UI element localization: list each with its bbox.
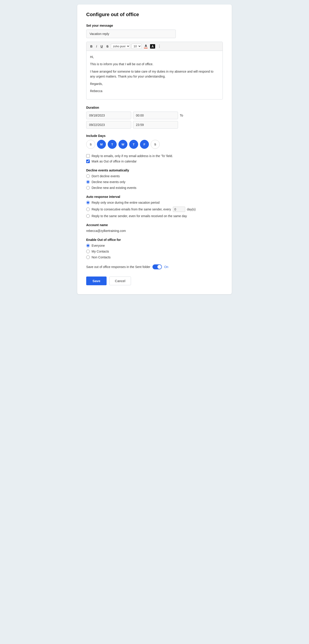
- day-thursday[interactable]: T: [129, 140, 138, 149]
- start-time-input[interactable]: [133, 112, 178, 119]
- font-size-select[interactable]: 10: [131, 44, 142, 49]
- mark-calendar-checkbox[interactable]: [86, 160, 90, 163]
- include-days-section: Include Days S M T W T F S: [86, 134, 223, 149]
- body-line3: I have arranged for someone to take care…: [90, 69, 219, 79]
- sent-folder-label: Save out of office responses in the Sent…: [86, 265, 150, 269]
- days-row: S M T W T F S: [86, 140, 223, 149]
- end-date-input[interactable]: [86, 121, 131, 128]
- day-wednesday[interactable]: W: [118, 140, 127, 149]
- decline-new-row: Decline new events only: [86, 180, 223, 184]
- font-family-select[interactable]: zoho puvi: [111, 44, 130, 49]
- italic-button[interactable]: I: [95, 44, 98, 48]
- message-section: Set your message B I U S zoho puvi 10 A: [86, 24, 223, 100]
- day-monday[interactable]: M: [97, 140, 106, 149]
- toggle-slider: [152, 264, 162, 269]
- decline-none-label: Don't decline events: [92, 174, 120, 178]
- enable-non-contacts-label: Non Contacts: [92, 256, 111, 259]
- font-color-letter: A: [145, 44, 147, 47]
- mark-calendar-checkbox-row: Mark as Out of office in calendar: [86, 160, 223, 163]
- duration-row: To: [86, 112, 223, 128]
- body-line4: Regards,: [90, 81, 219, 86]
- account-section-label: Account name: [86, 223, 223, 227]
- body-line2: This is to inform you that I will be out…: [90, 62, 219, 66]
- account-section: Account name rebecca@zylkertraining.com: [86, 223, 223, 232]
- auto-response-same-day-row: Reply to the same sender, even for email…: [86, 214, 223, 218]
- decline-all-row: Decline new and existing events: [86, 186, 223, 190]
- body-line1: Hi,: [90, 54, 219, 60]
- auto-response-section: Auto response interval Reply only once d…: [86, 195, 223, 218]
- enable-for-label: Enable Out of office for: [86, 238, 223, 242]
- sent-folder-toggle[interactable]: [152, 264, 162, 269]
- enable-non-contacts-row: Non Contacts: [86, 256, 223, 259]
- auto-response-consecutive-label: Reply to consecutive emails from the sam…: [92, 208, 171, 211]
- more-options-button[interactable]: ⋮: [157, 44, 162, 49]
- reply-to-checkbox-row: Reply to emails, only if my email addres…: [86, 154, 223, 158]
- auto-response-radio-group: Reply only once during the entire vacati…: [86, 201, 223, 218]
- auto-response-consecutive-radio[interactable]: [86, 208, 90, 211]
- font-highlight-letter: A: [151, 45, 154, 48]
- subject-input[interactable]: [86, 30, 176, 38]
- auto-response-label: Auto response interval: [86, 195, 223, 198]
- decline-events-section: Decline events automatically Don't decli…: [86, 168, 223, 190]
- editor-wrapper: B I U S zoho puvi 10 A A ⋮: [86, 42, 223, 100]
- font-color-bar: [144, 48, 148, 48]
- enable-everyone-label: Everyone: [92, 244, 105, 248]
- start-date-input[interactable]: [86, 112, 131, 119]
- day-tuesday[interactable]: T: [108, 140, 117, 149]
- strikethrough-button[interactable]: S: [105, 44, 109, 48]
- duration-to-label: To: [180, 114, 183, 117]
- configure-out-of-office-panel: Configure out of office Set your message…: [77, 4, 232, 294]
- enable-everyone-radio[interactable]: [86, 244, 90, 248]
- save-button[interactable]: Save: [86, 276, 107, 285]
- enable-non-contacts-radio[interactable]: [86, 256, 90, 259]
- bold-button[interactable]: B: [89, 44, 94, 48]
- day-label: day(s): [187, 208, 196, 211]
- enable-my-contacts-label: My Contacts: [92, 250, 109, 253]
- reply-to-checkbox[interactable]: [86, 154, 90, 158]
- decline-new-label: Decline new events only: [92, 180, 125, 184]
- decline-events-label: Decline events automatically: [86, 168, 223, 172]
- decline-all-radio[interactable]: [86, 186, 90, 190]
- decline-all-label: Decline new and existing events: [92, 186, 136, 190]
- underline-button[interactable]: U: [99, 44, 104, 48]
- account-email: rebecca@zylkertraining.com: [86, 229, 223, 232]
- sent-folder-toggle-row: Save out of office responses in the Sent…: [86, 264, 223, 269]
- enable-my-contacts-row: My Contacts: [86, 250, 223, 253]
- include-days-label: Include Days: [86, 134, 223, 138]
- footer-buttons: Save Cancel: [86, 276, 223, 285]
- toggle-on-label: On: [164, 265, 168, 269]
- day-sunday[interactable]: S: [86, 140, 95, 149]
- editor-toolbar: B I U S zoho puvi 10 A A ⋮: [86, 42, 223, 51]
- page-title: Configure out of office: [86, 12, 223, 18]
- decline-none-radio[interactable]: [86, 174, 90, 178]
- auto-response-same-day-label: Reply to the same sender, even for email…: [92, 214, 187, 218]
- decline-none-row: Don't decline events: [86, 174, 223, 178]
- editor-body[interactable]: Hi, This is to inform you that I will be…: [86, 51, 223, 99]
- font-highlight-button[interactable]: A: [150, 44, 155, 48]
- duration-section: Duration To: [86, 106, 223, 128]
- auto-response-once-row: Reply only once during the entire vacati…: [86, 201, 223, 204]
- cancel-button[interactable]: Cancel: [109, 276, 131, 285]
- decline-events-radio-group: Don't decline events Decline new events …: [86, 174, 223, 190]
- day-friday[interactable]: F: [140, 140, 149, 149]
- font-color-button[interactable]: A: [143, 44, 149, 49]
- day-saturday[interactable]: S: [151, 140, 160, 149]
- duration-label: Duration: [86, 106, 223, 109]
- checkbox-group: Reply to emails, only if my email addres…: [86, 154, 223, 163]
- auto-response-once-radio[interactable]: [86, 201, 90, 204]
- enable-everyone-row: Everyone: [86, 244, 223, 248]
- enable-for-radio-group: Everyone My Contacts Non Contacts: [86, 244, 223, 259]
- enable-my-contacts-radio[interactable]: [86, 250, 90, 253]
- reply-to-label: Reply to emails, only if my email addres…: [92, 154, 173, 158]
- message-section-label: Set your message: [86, 24, 223, 27]
- end-time-input[interactable]: [133, 121, 178, 128]
- auto-response-same-day-radio[interactable]: [86, 214, 90, 218]
- auto-response-once-label: Reply only once during the entire vacati…: [92, 201, 160, 204]
- interval-days-input[interactable]: [173, 206, 185, 212]
- decline-new-radio[interactable]: [86, 180, 90, 184]
- body-line5: Rebecca: [90, 88, 219, 94]
- enable-for-section: Enable Out of office for Everyone My Con…: [86, 238, 223, 259]
- auto-response-consecutive-row: Reply to consecutive emails from the sam…: [86, 206, 223, 212]
- mark-calendar-label: Mark as Out of office in calendar: [92, 160, 137, 163]
